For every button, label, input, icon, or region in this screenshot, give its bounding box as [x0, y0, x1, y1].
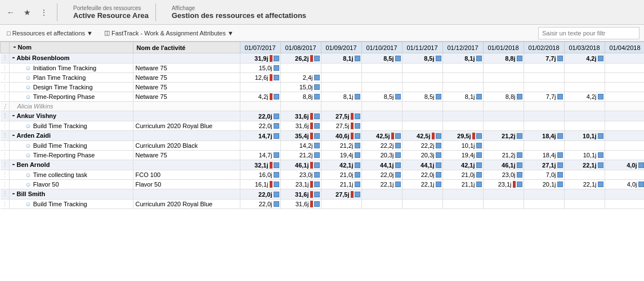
value-text: 27,5j [336, 113, 349, 120]
group-expand-icon[interactable]: ⁃ [12, 55, 15, 61]
value-cell [524, 64, 564, 73]
value-cell [564, 141, 605, 151]
portfolio-info: Portefeuille des ressources Active Resou… [73, 5, 149, 20]
value-text: 8,8j [303, 93, 313, 100]
value-cell [483, 73, 524, 83]
red-bar [310, 113, 313, 120]
value-cell [483, 141, 524, 151]
header-row: ⁃ Nom Nom de l'activité 01/07/2017 01/08… [1, 42, 645, 53]
group-expand-icon[interactable]: ⁃ [12, 132, 15, 139]
drag-handle[interactable]: ⋮ [1, 92, 10, 102]
table-row: ⋮⁃Ankur Vishny22,0j31,6j27,5j [1, 111, 645, 121]
value-cell [524, 200, 564, 209]
date-col-0: 01/07/2017 [240, 42, 280, 53]
drag-handle[interactable]: ⋮ [1, 189, 10, 200]
drag-handle[interactable]: ⋮ [1, 170, 10, 180]
group-expand-icon[interactable]: ⁃ [12, 161, 15, 168]
drag-handle[interactable]: ⋮ [1, 73, 10, 83]
drag-handle[interactable]: ⋮ [1, 200, 10, 209]
drag-handle[interactable]: ⋮ [1, 64, 10, 73]
main-table-container[interactable]: ⁃ Nom Nom de l'activité 01/07/2017 01/08… [0, 42, 644, 281]
value-text: 4,2j [586, 55, 596, 62]
blue-bar [395, 143, 401, 148]
blue-bar [274, 201, 279, 207]
value-text: 8,1j [464, 55, 475, 62]
value-cell: 32,1j [240, 160, 280, 170]
blue-bar [476, 152, 482, 158]
fasttrack-btn[interactable]: ◫ FastTrack - Work & Assignment Attribut… [102, 28, 236, 38]
person-icon: ☺ [25, 84, 32, 90]
drag-handle[interactable]: ⋮ [1, 180, 10, 189]
value-cell: 42,5j [361, 131, 402, 141]
value-cell: 22,2j [402, 141, 442, 151]
value-text: 8,1j [343, 93, 354, 100]
table-row: ⋮☺Build Time TrackingCurriculum 2020 Roy… [1, 200, 645, 209]
value-text: 7,0j [546, 171, 556, 178]
star-button[interactable]: ★ [21, 7, 33, 18]
value-cell: 18,4j [524, 151, 564, 160]
blue-bar [476, 162, 482, 168]
blue-bar [598, 162, 603, 168]
drag-handle[interactable]: ⋮ [1, 151, 10, 160]
value-cell [605, 92, 644, 102]
blue-bar [274, 182, 279, 187]
blue-bar [638, 182, 644, 187]
date-col-6: 01/01/2018 [483, 42, 524, 53]
group-expand-icon[interactable]: ⁃ [12, 191, 15, 197]
blue-bar [314, 114, 320, 119]
name-cell: Alicia Wilkins [9, 102, 133, 111]
row-name: Time-Reporting Phase [33, 152, 95, 158]
value-text: 42,1j [461, 162, 475, 169]
blue-bar [355, 133, 360, 139]
top-bar: ← ★ ⋮ Portefeuille des ressources Active… [0, 0, 644, 25]
red-bar [310, 201, 313, 207]
resources-btn[interactable]: □ Ressources et affectations ▼ [5, 29, 95, 38]
value-cell [321, 83, 361, 92]
search-input[interactable] [538, 27, 639, 39]
person-icon: ☺ [25, 74, 32, 81]
value-cell [524, 102, 564, 111]
value-cell [442, 189, 483, 200]
value-text: 4,0j [627, 181, 637, 188]
value-cell [564, 102, 605, 111]
value-text: 14,7j [258, 133, 272, 139]
value-cell [605, 151, 644, 160]
red-bar [513, 181, 516, 188]
value-text: 16,0j [259, 171, 272, 178]
activity-cell [133, 53, 240, 64]
value-cell: 2,4j [280, 73, 321, 83]
blue-bar [557, 172, 563, 178]
blue-bar [355, 172, 360, 178]
activity-cell [133, 102, 240, 111]
dropdown-icon: ▼ [87, 30, 93, 37]
more-button[interactable]: ⋮ [38, 7, 50, 18]
value-cell: 31,6j [280, 121, 321, 131]
back-button[interactable]: ← [5, 7, 17, 18]
value-cell [361, 121, 402, 131]
value-text: 22,0j [259, 123, 272, 129]
value-text: 22,1j [421, 181, 435, 188]
drag-handle[interactable]: ⋮ [1, 83, 10, 92]
drag-handle[interactable]: ⋮ [1, 102, 10, 111]
drag-handle[interactable]: ⋮ [1, 111, 10, 121]
group-expand-icon[interactable]: ⁃ [12, 112, 15, 119]
value-cell: 8,1j [321, 53, 361, 64]
row-name: Design Time Tracking [33, 84, 93, 90]
row-name: Build Time Tracking [33, 142, 87, 149]
drag-handle[interactable]: ⋮ [1, 141, 10, 151]
name-cell: ☺Build Time Tracking [9, 141, 133, 151]
value-text: 22,2j [381, 142, 394, 149]
value-cell: 27,5j [321, 111, 361, 121]
collapse-icon: ⁃ [13, 44, 16, 51]
blue-bar [355, 152, 360, 158]
value-text: 15,0j [259, 65, 272, 71]
blue-bar [314, 152, 320, 158]
blue-bar [476, 172, 482, 178]
drag-handle[interactable]: ⋮ [1, 160, 10, 170]
person-icon: ☺ [25, 201, 32, 207]
drag-handle[interactable]: ⋮ [1, 53, 10, 64]
value-text: 26,2j [295, 55, 308, 62]
drag-handle[interactable]: ⋮ [1, 131, 10, 141]
drag-handle[interactable]: ⋮ [1, 121, 10, 131]
person-icon: ☺ [25, 65, 32, 71]
